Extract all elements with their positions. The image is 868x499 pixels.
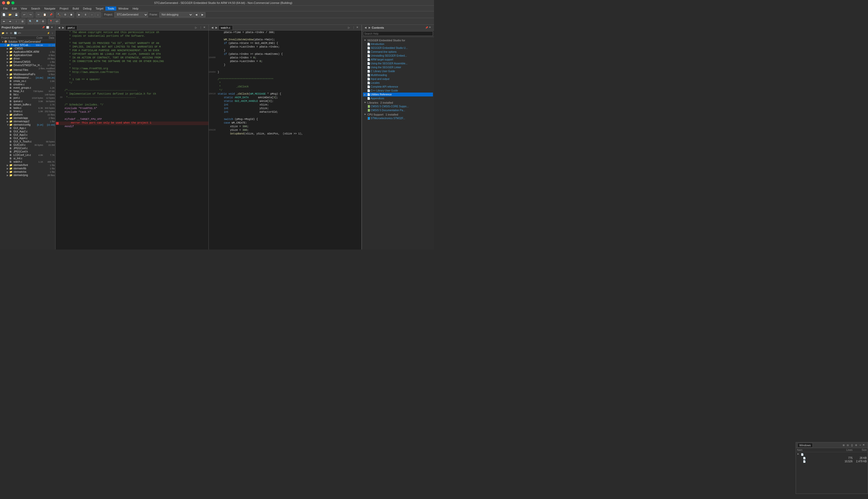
contents-uninstalling[interactable]: 📄 Uninstalling SEGGER Embed... — [363, 54, 433, 58]
contents-locales[interactable]: 📄 Locales — [363, 81, 433, 85]
menu-build[interactable]: Build — [71, 7, 81, 11]
port-c-forward[interactable]: ▶ — [61, 26, 65, 30]
contents-arm-target[interactable]: 📄 ARM target support — [363, 58, 433, 62]
tb-copy[interactable]: 📋 — [42, 12, 48, 17]
tree-project[interactable]: ▼ 📁 Project 'STCubeGenerated' 558.6K 22.… — [0, 44, 55, 47]
menu-help[interactable]: Help — [130, 7, 140, 11]
tree-jpegconf-h[interactable]: 🗎 JPEGConf.h — [0, 150, 55, 153]
contents-introduction[interactable]: 📄 Introduction — [363, 42, 433, 46]
tb2-7[interactable]: ⚙ — [40, 19, 46, 24]
tree-driver[interactable]: ▶ 📁 driver 29 files — [0, 57, 55, 60]
minimize-button[interactable] — [7, 1, 10, 4]
tree-stemwin-app[interactable]: ▶ 📁 stemwin/app 2 files — [0, 116, 55, 120]
tree-gui-app3[interactable]: 🗎 GUI_App3.c — [0, 133, 55, 136]
menu-edit[interactable]: Edit — [10, 7, 19, 11]
contents-cmdline[interactable]: 📄 Command-line options — [363, 50, 433, 54]
tb2-9[interactable]: 🏷 — [54, 19, 60, 24]
pe-tb-5[interactable]: </> — [17, 31, 21, 35]
tree-watch[interactable]: 🗎 watch.c 1.1K 486.7K — [0, 160, 55, 163]
menu-view[interactable]: View — [19, 7, 29, 11]
tree-drivers-cmsis[interactable]: ▶ 📁 Drivers/CMSIS 1 file — [0, 60, 55, 64]
tb-save[interactable]: 💾 — [13, 12, 19, 17]
tree-stemwin-png[interactable]: ▶ 📁 stemwin/png 28 files — [0, 173, 55, 177]
contents-search[interactable] — [363, 31, 433, 36]
port-c-scroll[interactable]: * The above copyright notice and this pe… — [55, 31, 209, 250]
tree-cmsis-os[interactable]: 🗎 cmsis_os.c 2.6K — [0, 80, 55, 83]
tb-frame-next[interactable]: ▶ — [200, 12, 205, 17]
maximize-button[interactable] — [11, 1, 14, 4]
tb2-5[interactable]: 🔍 — [28, 19, 33, 24]
tree-stemwin-os[interactable]: ▶ 📁 stemwin/os 1 file — [0, 170, 55, 173]
tree-list[interactable]: 🗎 list.c 148 bytes — [0, 93, 55, 96]
frame-dropdown[interactable]: Not debugging — [160, 12, 193, 17]
tb-build[interactable]: 🔨 — [56, 12, 62, 17]
pe-tb-2[interactable]: ⊞ — [5, 31, 9, 35]
menu-navigate[interactable]: Navigate — [42, 7, 57, 11]
contents-cmsis-doc[interactable]: 📗 CMSIS 5 Documentation Pa... — [363, 108, 433, 112]
tb-redo[interactable]: ↪ — [28, 12, 33, 17]
menu-debug[interactable]: Debug — [81, 7, 93, 11]
contents-c-lib[interactable]: 📄 C Library User Guide — [363, 69, 433, 73]
contents-cpp-lib[interactable]: 📄 C++ Library User Guide — [363, 89, 433, 93]
contents-stm32[interactable]: 📘 STMicroelectronics STM32F... — [363, 116, 433, 120]
tree-event-groups[interactable]: 🗎 event_groups.c 1.2K — [0, 86, 55, 89]
tree-lcdconf[interactable]: 🗎 LCDConf_Lin.c 4.8K 7.7K — [0, 153, 55, 157]
tree-croutine[interactable]: 🗎 croutine.c — [0, 83, 55, 86]
tree-guiconf[interactable]: 🗎 GUIConf.c 36 bytes 22.0M — [0, 143, 55, 147]
tb2-8[interactable]: 📍 — [48, 19, 54, 24]
tb-paste[interactable]: 📌 — [48, 12, 54, 17]
watch-c-close[interactable]: ✕ — [356, 26, 360, 29]
watch-c-forward[interactable]: ▶ — [214, 26, 218, 30]
contents-cmsis-core[interactable]: 📗 CMSIS 5 CMSIS-CORE Suppo... — [363, 105, 433, 108]
tb-rebuild[interactable]: ⚙ — [62, 12, 68, 17]
contents-segger-studio-u[interactable]: 📄 SEGGER Embedded Studio U... — [363, 46, 433, 50]
tb2-4[interactable]: ⊞ — [20, 19, 25, 24]
close-button[interactable] — [2, 1, 5, 4]
watch-c-content[interactable]: pData->Time = pData->Index / 300; WM_Inv… — [209, 31, 362, 250]
tb-debug-stop[interactable]: ⏸ — [83, 12, 88, 17]
port-c-expand[interactable]: ▷ — [194, 26, 198, 30]
tb-undo[interactable]: ↩ — [22, 12, 27, 17]
contents-io[interactable]: 📄 Input and output — [363, 77, 433, 81]
contents-appendices[interactable]: 📄 Appendices — [363, 96, 433, 100]
contents-utilities[interactable]: ▶ 📄 Utilities Reference — [363, 93, 433, 96]
menu-target[interactable]: Target — [93, 7, 106, 11]
contents-complete-api[interactable]: 📄 Complete API reference — [363, 85, 433, 89]
pe-tb-sort[interactable]: ↕ — [51, 31, 54, 35]
tree-gui-x-touch[interactable]: 🗎 GUI_X_Touch.c 66 bytes — [0, 140, 55, 143]
port-c-tab[interactable]: port.c — [65, 25, 77, 30]
port-c-back[interactable]: ◀ — [57, 26, 61, 30]
tree-timers[interactable]: 🗎 timers.c 1.9K 252 bytes — [0, 110, 55, 113]
watch-c-menu[interactable]: ⋮ — [352, 26, 356, 30]
contents-back[interactable]: ◀ — [364, 26, 368, 30]
tree-port[interactable]: 🗎 port.c 1018 bytes 12 bytes — [0, 96, 55, 99]
pe-tb-filter[interactable]: ⚡ — [47, 31, 50, 35]
port-c-close[interactable]: ✕ — [203, 26, 207, 29]
contents-pin[interactable]: 📌 — [425, 26, 428, 29]
tb-stop[interactable]: ⏹ — [68, 12, 74, 17]
pe-tb-3[interactable]: ⊟ — [9, 31, 13, 35]
pe-pin-icon[interactable]: 📌 — [41, 26, 45, 29]
tb-new[interactable]: 📄 — [1, 12, 7, 17]
tree-internal-files[interactable]: ▶ 📁 Internal Files 2 files, modified opt… — [0, 67, 55, 73]
tree-fatfs[interactable]: ▶ 📁 Middlewares/FatFs 5 files — [0, 73, 55, 76]
tb-step-over[interactable]: → — [89, 12, 95, 17]
tree-stream-buffer[interactable]: 🗎 stream_buffer.c 2.7K — [0, 103, 55, 106]
tb2-1[interactable]: ⬅ — [1, 19, 7, 24]
tb2-3[interactable]: ↕ — [13, 19, 19, 24]
tree-cmsis[interactable]: ▶ 📁 ::CMSIS — [0, 47, 55, 50]
menu-file[interactable]: File — [1, 7, 10, 11]
tree-gui-app2[interactable]: 🗎 GUI_App2.c — [0, 130, 55, 133]
contents-multithreading[interactable]: 📄 Multithreading — [363, 73, 433, 77]
tree-tasks[interactable]: 🗎 tasks.c 6.3K 300 bytes — [0, 106, 55, 110]
watch-c-back[interactable]: ◀ — [210, 26, 214, 30]
tb-frame-prev[interactable]: ◀ — [193, 12, 199, 17]
watch-c-scroll[interactable]: pData->Time = pData->Index / 300; WM_Inv… — [209, 31, 362, 250]
contents-assembler[interactable]: 📄 Using the SEGGER Assemble... — [363, 62, 433, 65]
tree-stemwin-app2[interactable]: ▶ 📁 stemwin/app2 1 file — [0, 120, 55, 123]
menu-window[interactable]: Window — [116, 7, 130, 11]
tb-open[interactable]: 📂 — [7, 12, 13, 17]
pe-tb-1[interactable]: 📁 — [1, 31, 5, 35]
tree-gui-app4[interactable]: 🗎 GUI_App4.c — [0, 136, 55, 140]
project-dropdown[interactable]: STCubeGenerated — [114, 12, 148, 17]
